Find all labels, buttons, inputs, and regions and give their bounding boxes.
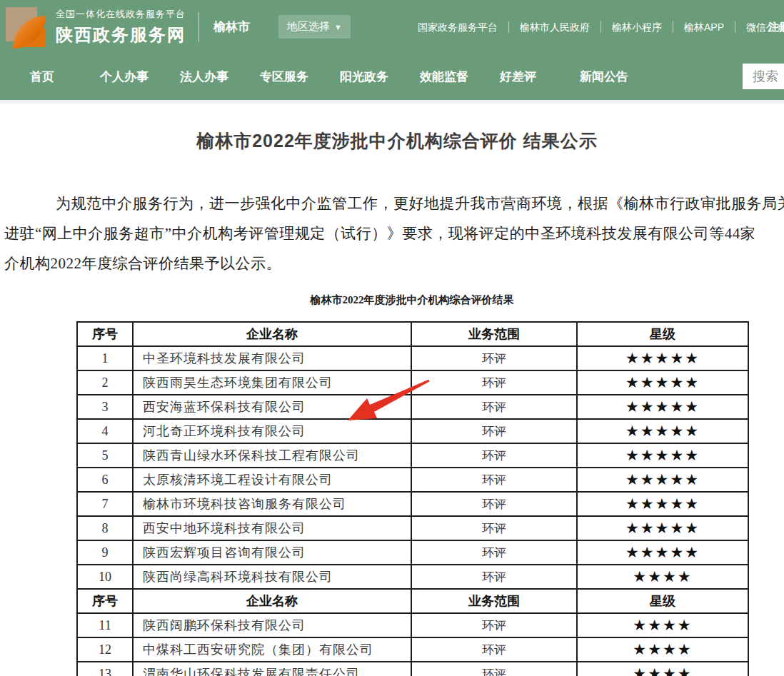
row-number: 10 (77, 565, 133, 589)
top-link-3[interactable]: 榆林小程序 (601, 21, 673, 33)
business-scope: 环评 (411, 443, 577, 468)
star-rating: ★★★★★ (577, 540, 748, 565)
column-header: 企业名称 (133, 589, 411, 613)
company-name: 中圣环境科技发展有限公司 (133, 346, 411, 370)
register-link[interactable]: 注册 (768, 21, 784, 34)
top-link-1[interactable]: 国家政务服务平台 (407, 21, 509, 33)
table-row: 9陕西宏辉项目咨询有限公司环评★★★★★ (77, 540, 748, 565)
star-rating: ★★★★★ (577, 346, 748, 370)
paragraph-line: 进驻“网上中介服务超市”中介机构考评管理规定（试行）》要求，现将评定的中圣环境科… (4, 218, 784, 248)
company-name: 陕西雨昊生态环境集团有限公司 (133, 370, 411, 395)
site-logo (6, 7, 46, 47)
row-number: 7 (77, 492, 133, 516)
nav-item-4[interactable]: 专区服务 (260, 69, 308, 85)
business-scope: 环评 (411, 419, 577, 443)
star-rating: ★★★★★ (577, 419, 748, 443)
star-rating: ★★★★★ (577, 443, 748, 468)
business-scope: 环评 (411, 613, 577, 637)
row-number: 1 (77, 346, 133, 370)
star-rating: ★★★★★ (577, 370, 748, 395)
row-number: 8 (77, 516, 133, 540)
nav-items: 首页个人办事法人办事专区服务阳光政务效能监督好差评新闻公告 (30, 69, 660, 85)
nav-item-5[interactable]: 阳光政务 (340, 69, 388, 85)
table-row: 5陕西青山绿水环保科技工程有限公司环评★★★★★ (77, 443, 748, 468)
business-scope: 环评 (411, 637, 577, 662)
company-name: 西安海蓝环保科技有限公司 (133, 395, 411, 419)
table-row: 12中煤科工西安研究院（集团）有限公司环评★★★★ (77, 637, 748, 662)
region-selector-button[interactable]: 地区选择 ▼ (278, 15, 351, 39)
paragraph-line: 为规范中介服务行为，进一步强化中介监管工作，更好地提升我市营商环境，根据《榆林市… (4, 188, 784, 218)
table-header-row: 序号企业名称业务范围星级 (77, 322, 748, 346)
table-row: 6太原核清环境工程设计有限公司环评★★★★★ (77, 468, 748, 492)
nav-item-1[interactable]: 首页 (30, 69, 54, 85)
row-number: 2 (77, 370, 133, 395)
table-row: 8西安中地环境科技有限公司环评★★★★★ (77, 516, 748, 540)
company-name: 渭南华山环保科技发展有限责任公司 (133, 662, 411, 676)
business-scope: 环评 (411, 540, 577, 565)
company-name: 陕西宏辉项目咨询有限公司 (133, 540, 411, 565)
header-upper-row: 全国一体化在线政务服务平台 陕西政务服务网 榆林市 地区选择 ▼ 国家政务服务平… (0, 0, 784, 54)
table-caption: 榆林市2022年度涉批中介机构综合评价结果 (76, 293, 748, 307)
star-rating: ★★★★★ (577, 395, 748, 419)
company-name: 陕西青山绿水环保科技工程有限公司 (133, 443, 411, 468)
nav-item-8[interactable]: 新闻公告 (580, 69, 628, 85)
business-scope: 环评 (411, 395, 577, 419)
table-row: 4河北奇正环境科技有限公司环评★★★★★ (77, 419, 748, 443)
business-scope: 环评 (411, 346, 577, 370)
search-input[interactable] (743, 64, 784, 89)
column-header: 序号 (77, 589, 133, 613)
column-header: 序号 (77, 322, 133, 346)
site-name: 陕西政务服务网 (56, 24, 186, 46)
article-paragraph: 为规范中介服务行为，进一步强化中介监管工作，更好地提升我市营商环境，根据《榆林市… (0, 188, 784, 278)
company-name: 陕西阔鹏环保科技有限公司 (133, 613, 411, 637)
table-row: 7榆林市环境科技咨询服务有限公司环评★★★★★ (77, 492, 748, 516)
row-number: 4 (77, 419, 133, 443)
article-content: 榆林市2022年度涉批中介机构综合评价 结果公示 为规范中介服务行为，进一步强化… (0, 129, 784, 676)
table-row: 1中圣环境科技发展有限公司环评★★★★★ (77, 346, 748, 370)
platform-name: 全国一体化在线政务服务平台 (56, 8, 186, 21)
nav-item-7[interactable]: 好差评 (500, 69, 536, 85)
company-name: 榆林市环境科技咨询服务有限公司 (133, 492, 411, 516)
row-number: 12 (77, 637, 133, 662)
region-selector-label: 地区选择 (287, 20, 330, 34)
star-rating: ★★★★ (577, 565, 748, 589)
row-number: 13 (77, 662, 133, 676)
table-row: 11陕西阔鹏环保科技有限公司环评★★★★ (77, 613, 748, 637)
column-header: 星级 (577, 322, 748, 346)
chevron-down-icon: ▼ (334, 23, 342, 31)
nav-item-6[interactable]: 效能监督 (420, 69, 468, 85)
column-header: 业务范围 (411, 322, 577, 346)
nav-item-3[interactable]: 法人办事 (180, 69, 228, 85)
row-number: 11 (77, 613, 133, 637)
top-link-2[interactable]: 榆林市人民政府 (509, 21, 601, 33)
brand-block: 全国一体化在线政务服务平台 陕西政务服务网 (56, 8, 186, 46)
table-row: 13渭南华山环保科技发展有限责任公司环评★★★★ (77, 662, 748, 676)
star-rating: ★★★★ (577, 637, 748, 662)
table-row: 2陕西雨昊生态环境集团有限公司环评★★★★★ (77, 370, 748, 395)
business-scope: 环评 (411, 468, 577, 492)
nav-item-2[interactable]: 个人办事 (100, 69, 149, 85)
table-row: 3西安海蓝环保科技有限公司环评★★★★★ (77, 395, 748, 419)
paragraph-line: 介机构2022年度综合评价结果予以公示。 (4, 248, 784, 278)
page: { "header": { "platform": "全国一体化在线政务服务平台… (0, 0, 784, 676)
top-links: 国家政务服务平台榆林市人民政府榆林小程序榆林APP微信公众号 (407, 0, 784, 54)
top-link-4[interactable]: 榆林APP (673, 21, 735, 33)
current-city-label[interactable]: 榆林市 (213, 19, 250, 35)
business-scope: 环评 (411, 662, 577, 676)
company-name: 陕西尚绿高科环境科技有限公司 (133, 565, 411, 589)
brand-divider (198, 12, 199, 42)
star-rating: ★★★★★ (577, 468, 748, 492)
row-number: 9 (77, 540, 133, 565)
row-number: 6 (77, 468, 133, 492)
company-name: 河北奇正环境科技有限公司 (133, 419, 411, 443)
evaluation-table: 序号企业名称业务范围星级1中圣环境科技发展有限公司环评★★★★★2陕西雨昊生态环… (76, 321, 749, 676)
star-rating: ★★★★ (577, 613, 748, 637)
table-row: 10陕西尚绿高科环境科技有限公司环评★★★★ (77, 565, 748, 589)
company-name: 西安中地环境科技有限公司 (133, 516, 411, 540)
site-header: 全国一体化在线政务服务平台 陕西政务服务网 榆林市 地区选择 ▼ 国家政务服务平… (0, 0, 784, 104)
row-number: 5 (77, 443, 133, 468)
page-title: 榆林市2022年度涉批中介机构综合评价 结果公示 (0, 129, 784, 153)
business-scope: 环评 (411, 565, 577, 589)
row-number: 3 (77, 395, 133, 419)
table-header-row: 序号企业名称业务范围星级 (77, 589, 748, 613)
